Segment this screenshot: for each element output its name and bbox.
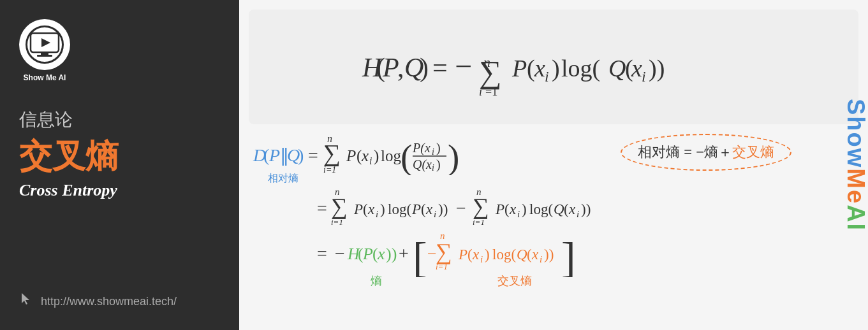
second-eq-row: = n ∑ i=1 P ( x i ) log( P ( x i )) − n xyxy=(316,185,855,229)
sidebar-category: 信息论 xyxy=(19,108,73,132)
svg-text:i: i xyxy=(369,155,372,166)
svg-text:(: ( xyxy=(401,138,412,175)
logo-circle xyxy=(19,19,70,70)
svg-text:Q: Q xyxy=(517,247,527,262)
svg-text:i: i xyxy=(376,209,378,219)
svg-text:(: ( xyxy=(564,201,569,217)
svg-text:P: P xyxy=(346,147,356,164)
svg-text:i: i xyxy=(432,163,434,173)
svg-text:P: P xyxy=(382,53,399,82)
svg-text:log(: log( xyxy=(388,201,411,217)
svg-text:(: ( xyxy=(527,55,535,82)
svg-text:−: − xyxy=(335,243,345,263)
third-eq-svg: = − H ( P ( x )) + [ − n ∑ i=1 P ( x xyxy=(316,226,762,277)
svg-text:): ) xyxy=(420,53,429,83)
svg-marker-3 xyxy=(41,38,50,47)
svg-text:P: P xyxy=(362,245,373,263)
logo-inner xyxy=(26,25,64,64)
svg-text:log: log xyxy=(381,147,401,164)
svg-text:=: = xyxy=(317,243,327,263)
svg-text:+: + xyxy=(399,243,409,263)
svg-text:i: i xyxy=(545,68,549,85)
kl-formula-svg: D ( P ‖ Q ) = n ∑ i=1 P ( x i ) xyxy=(252,131,609,175)
svg-text:i=1: i=1 xyxy=(473,217,485,227)
svg-text:): ) xyxy=(436,157,441,172)
cursor-svg xyxy=(19,292,34,307)
svg-text:(: ( xyxy=(421,201,426,217)
svg-text:)): )) xyxy=(438,201,448,217)
svg-text:(: ( xyxy=(263,145,269,165)
svg-text:x: x xyxy=(534,55,545,82)
svg-text:(: ( xyxy=(467,247,473,262)
logo-container: Show Me AI xyxy=(19,19,70,82)
svg-text:P: P xyxy=(495,201,504,217)
svg-text:log(: log( xyxy=(529,201,553,217)
sidebar-title-zh: 交叉熵 xyxy=(19,138,119,175)
svg-text:): ) xyxy=(374,147,379,165)
svg-text:i: i xyxy=(540,254,542,264)
svg-text:log(: log( xyxy=(492,247,516,262)
sidebar: Show Me AI 信息论 交叉熵 Cross Entropy http://… xyxy=(0,0,239,330)
svg-text:=: = xyxy=(432,53,448,82)
svg-text:): ) xyxy=(552,55,560,82)
sidebar-url-container: http://www.showmeai.tech/ xyxy=(19,292,177,317)
svg-text:(: ( xyxy=(504,201,510,217)
svg-text:i: i xyxy=(480,254,483,264)
kl-label: 相对熵 xyxy=(268,172,298,185)
svg-text:x: x xyxy=(367,201,375,217)
svg-text:x: x xyxy=(568,201,576,217)
svg-text:x: x xyxy=(509,201,517,217)
main-content: ShowMeAI H ( P , Q ) = − n ∑ i =1 P ( x … xyxy=(239,0,868,330)
second-eq-svg: = n ∑ i=1 P ( x i ) log( P ( x i )) − n xyxy=(316,185,749,227)
cross-entropy-label: 交叉熵 xyxy=(497,273,532,289)
svg-text:=: = xyxy=(317,198,327,218)
svg-text:Q: Q xyxy=(608,55,626,82)
sidebar-title-en: Cross Entropy xyxy=(19,181,117,200)
svg-text:i=1: i=1 xyxy=(436,262,448,271)
svg-text:x: x xyxy=(377,245,385,263)
svg-text:i=1: i=1 xyxy=(323,165,336,175)
third-eq-row: = − H ( P ( x )) + [ − n ∑ i=1 P ( x xyxy=(316,226,855,289)
logo-text: Show Me AI xyxy=(24,73,66,82)
svg-text:P: P xyxy=(458,247,467,262)
svg-text:Q: Q xyxy=(554,201,564,217)
svg-text:i: i xyxy=(432,147,434,157)
bubble-cross-entropy: 交叉熵 xyxy=(732,144,774,160)
svg-text:): ) xyxy=(522,201,527,217)
svg-rect-1 xyxy=(41,52,48,55)
svg-text:=1: =1 xyxy=(485,85,497,98)
svg-text:)): )) xyxy=(386,245,397,263)
svg-text:−: − xyxy=(456,198,466,218)
sidebar-url[interactable]: http://www.showmeai.tech/ xyxy=(41,295,177,308)
svg-text:): ) xyxy=(380,201,385,217)
svg-text:(: ( xyxy=(363,201,368,217)
svg-text:[: [ xyxy=(413,233,427,277)
svg-text:)): )) xyxy=(581,201,591,217)
svg-text:∑: ∑ xyxy=(323,140,341,167)
svg-text:x: x xyxy=(631,55,642,82)
entropy-label: 熵 xyxy=(338,273,415,289)
svg-text:−: − xyxy=(455,49,472,83)
svg-text:i: i xyxy=(479,85,482,98)
svg-text:i=1: i=1 xyxy=(331,217,343,227)
svg-text:=: = xyxy=(308,145,318,165)
top-formula-svg: H ( P , Q ) = − n ∑ i =1 P ( x i ) log( … xyxy=(356,29,751,105)
svg-text:i: i xyxy=(434,209,436,219)
svg-text:)): )) xyxy=(649,55,665,82)
svg-text:P: P xyxy=(511,55,527,82)
svg-text:P: P xyxy=(411,201,421,217)
logo-icon xyxy=(29,32,60,57)
svg-text:i: i xyxy=(577,209,579,219)
svg-text:P: P xyxy=(353,201,363,217)
svg-text:)): )) xyxy=(544,247,554,262)
svg-text:,: , xyxy=(397,53,404,82)
svg-text:log(: log( xyxy=(561,55,600,82)
svg-text:x: x xyxy=(472,247,480,262)
svg-text:): ) xyxy=(298,145,304,165)
cursor-icon xyxy=(19,292,34,311)
bubble-inner-text: 相对熵 = −熵＋交叉熵 xyxy=(638,143,774,162)
svg-text:P: P xyxy=(268,145,280,165)
svg-text:): ) xyxy=(485,247,490,262)
bottom-area: D ( P ‖ Q ) = n ∑ i=1 P ( x i ) xyxy=(239,127,868,292)
svg-rect-2 xyxy=(37,55,52,57)
